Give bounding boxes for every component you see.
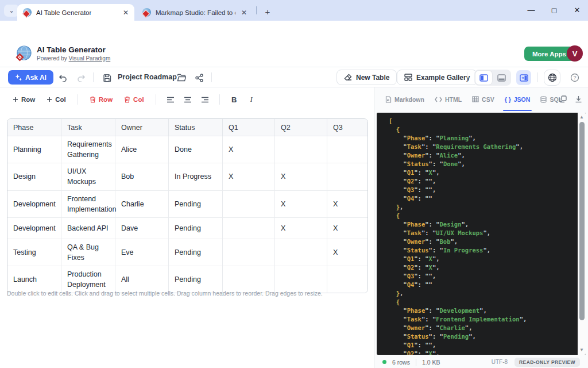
align-center-button[interactable] bbox=[180, 93, 195, 106]
tab-markdown[interactable]: Markdown bbox=[381, 87, 428, 111]
table-cell[interactable]: Bob bbox=[115, 163, 169, 190]
table-cell[interactable] bbox=[223, 239, 275, 266]
table-cell[interactable]: X bbox=[275, 191, 327, 218]
table-cell[interactable]: Production Deployment bbox=[61, 266, 115, 293]
align-left-button[interactable] bbox=[163, 93, 178, 106]
table-cell[interactable]: X bbox=[275, 163, 327, 190]
share-button[interactable] bbox=[193, 72, 206, 83]
split-horizontal-button[interactable] bbox=[493, 71, 510, 85]
table-cell[interactable] bbox=[275, 266, 327, 293]
add-col-button[interactable]: Col bbox=[42, 93, 71, 106]
column-header-q1[interactable]: Q1 bbox=[223, 119, 275, 136]
table-cell[interactable]: UI/UX Mockups bbox=[61, 163, 115, 190]
table-cell[interactable]: X bbox=[327, 239, 368, 266]
table-cell[interactable]: Testing bbox=[7, 239, 61, 266]
tab-json[interactable]: { } JSON bbox=[501, 87, 535, 111]
tab-html[interactable]: HTML bbox=[431, 87, 466, 111]
code-scrollbar[interactable]: ▲ ▼ bbox=[578, 113, 586, 355]
example-gallery-button[interactable]: Example Gallery bbox=[397, 70, 477, 85]
undo-button[interactable] bbox=[56, 72, 69, 83]
table-cell[interactable]: Eve bbox=[115, 239, 169, 266]
delete-row-button[interactable]: Row bbox=[85, 93, 117, 106]
table-cell[interactable]: Pending bbox=[169, 239, 223, 266]
split-vertical-button[interactable] bbox=[475, 71, 492, 85]
add-row-button[interactable]: Row bbox=[8, 93, 40, 106]
table-cell[interactable]: X bbox=[327, 191, 368, 218]
table-cell[interactable]: X bbox=[223, 163, 275, 190]
visual-paradigm-link[interactable]: Visual Paradigm bbox=[69, 55, 111, 62]
table-cell[interactable]: In Progress bbox=[169, 163, 223, 190]
tab-csv[interactable]: CSV bbox=[468, 87, 498, 111]
save-button[interactable] bbox=[100, 72, 113, 83]
copy-icon[interactable] bbox=[559, 95, 567, 103]
open-file-button[interactable] bbox=[175, 72, 188, 83]
table-cell[interactable]: Development bbox=[7, 218, 61, 239]
table-cell[interactable]: Pending bbox=[169, 191, 223, 218]
table-cell[interactable]: Done bbox=[169, 136, 223, 163]
browser-tab-active[interactable]: AI Table Generator ✕ bbox=[17, 4, 134, 21]
tab-close-icon[interactable]: ✕ bbox=[241, 9, 247, 16]
column-header-status[interactable]: Status bbox=[169, 119, 223, 136]
table-row: DevelopmentFrontend ImplementationCharli… bbox=[7, 191, 368, 218]
document-title[interactable]: Project Roadmap bbox=[118, 73, 177, 81]
table-cell[interactable]: Pending bbox=[169, 266, 223, 293]
table-cell[interactable]: Planning bbox=[7, 136, 61, 163]
table-cell[interactable]: X bbox=[275, 218, 327, 239]
column-header-q3[interactable]: Q3 bbox=[327, 119, 368, 136]
table-cell[interactable]: All bbox=[115, 266, 169, 293]
redo-button[interactable] bbox=[75, 72, 87, 83]
window-minimize-button[interactable]: — bbox=[521, 0, 541, 20]
table-cell[interactable] bbox=[223, 266, 275, 293]
data-table[interactable]: PhaseTaskOwnerStatusQ1Q2Q3 PlanningRequi… bbox=[7, 118, 368, 293]
table-cell[interactable] bbox=[223, 191, 275, 218]
language-globe-button[interactable] bbox=[544, 70, 560, 86]
align-right-button[interactable] bbox=[198, 93, 212, 106]
table-cell[interactable]: QA & Bug Fixes bbox=[61, 239, 115, 266]
ask-ai-button[interactable]: Ask AI bbox=[8, 70, 53, 85]
new-table-button[interactable]: New Table bbox=[336, 70, 397, 85]
bold-button[interactable]: B bbox=[227, 93, 242, 106]
scroll-up-icon[interactable]: ▲ bbox=[579, 115, 584, 120]
scroll-down-icon[interactable]: ▼ bbox=[579, 348, 584, 352]
new-tab-button[interactable]: + bbox=[261, 5, 274, 18]
window-close-button[interactable]: ✕ bbox=[567, 0, 587, 20]
table-cell[interactable]: Dave bbox=[115, 218, 169, 239]
table-cell[interactable]: Backend API bbox=[61, 218, 115, 239]
row-count: 6 rows bbox=[392, 359, 410, 366]
help-button[interactable]: ? bbox=[568, 72, 581, 83]
toggle-right-panel-button[interactable] bbox=[516, 70, 531, 85]
table-cell[interactable] bbox=[223, 218, 275, 239]
italic-button[interactable]: I bbox=[244, 93, 259, 106]
column-header-owner[interactable]: Owner bbox=[115, 119, 169, 136]
table-cell[interactable] bbox=[327, 266, 368, 293]
app-profile-avatar[interactable]: V bbox=[567, 45, 583, 62]
table-cell[interactable]: X bbox=[223, 136, 275, 163]
table-cell[interactable] bbox=[327, 136, 368, 163]
table-cell[interactable] bbox=[275, 136, 327, 163]
column-header-task[interactable]: Task bbox=[61, 119, 115, 136]
delete-col-button[interactable]: Col bbox=[119, 93, 149, 106]
download-icon[interactable] bbox=[575, 95, 582, 103]
table-cell[interactable]: Pending bbox=[169, 218, 223, 239]
column-header-q2[interactable]: Q2 bbox=[275, 119, 327, 136]
table-cell[interactable] bbox=[327, 163, 368, 190]
scrollbar-thumb[interactable] bbox=[579, 122, 585, 320]
table-cell[interactable]: Design bbox=[7, 163, 61, 190]
table-cell[interactable]: Frontend Implementation bbox=[61, 191, 115, 218]
table-cell[interactable]: Alice bbox=[115, 136, 169, 163]
window-maximize-button[interactable]: ▢ bbox=[544, 0, 564, 20]
tab-close-icon[interactable]: ✕ bbox=[123, 9, 129, 16]
plus-icon bbox=[13, 97, 18, 102]
table-cell[interactable] bbox=[275, 239, 327, 266]
toolbar-divider bbox=[78, 94, 78, 105]
column-header-phase[interactable]: Phase bbox=[7, 119, 61, 136]
table-cell[interactable]: X bbox=[327, 218, 368, 239]
encoding-label: UTF-8 bbox=[492, 359, 508, 365]
table-cell[interactable]: Launch bbox=[7, 266, 61, 293]
json-code-preview[interactable]: [ { "Phase": "Planning", "Task": "Requir… bbox=[377, 113, 586, 355]
browser-tab-inactive[interactable]: Markmap Studio: Failed to oper ✕ bbox=[137, 4, 253, 21]
table-cell[interactable]: Charlie bbox=[115, 191, 169, 218]
table-row: DesignUI/UX MockupsBobIn ProgressXX bbox=[7, 163, 368, 190]
table-cell[interactable]: Development bbox=[7, 191, 61, 218]
table-cell[interactable]: Requirements Gathering bbox=[61, 136, 115, 163]
